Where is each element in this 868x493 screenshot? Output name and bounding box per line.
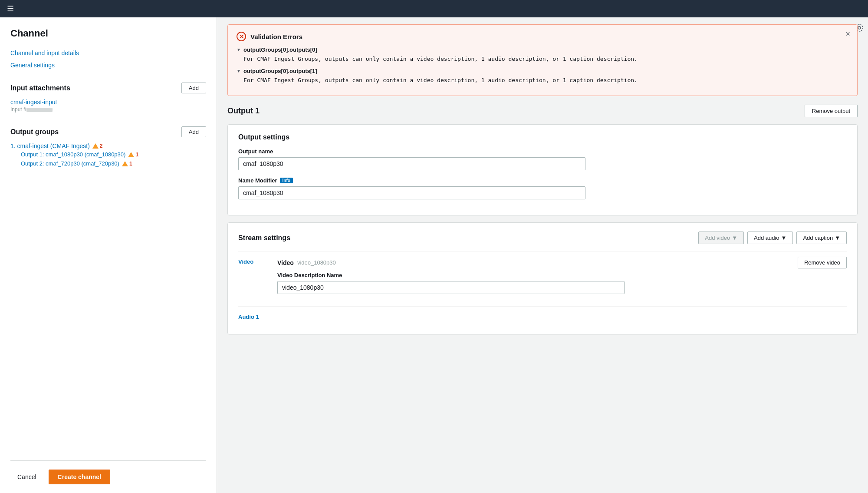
validation-group-name-0: outputGroups[0].outputs[0] <box>243 46 317 53</box>
sidebar-item-channel-input-details[interactable]: Channel and input details <box>10 50 206 56</box>
warning-triangle-icon-1 <box>128 152 134 157</box>
input-attachment-id: Input # <box>10 106 206 112</box>
input-attachment-name[interactable]: cmaf-ingest-input <box>10 99 206 106</box>
video-content-title: Video video_1080p30 <box>277 259 336 266</box>
output-group-warning-badge: 2 <box>92 143 103 149</box>
output-sub-item-2[interactable]: Output 2: cmaf_720p30 (cmaf_720p30) 1 <box>10 160 206 167</box>
audio1-stream-row: Audio 1 <box>238 306 847 325</box>
info-badge[interactable]: Info <box>280 178 293 183</box>
input-attachments-title: Input attachments <box>10 84 70 92</box>
output-header: Output 1 Remove output <box>227 105 858 117</box>
chevron-down-icon-0: ▼ <box>237 47 241 52</box>
add-video-dropdown-icon: ▼ <box>732 235 737 241</box>
chevron-down-icon-1: ▼ <box>237 69 241 73</box>
output-name-field: Output name <box>238 148 847 170</box>
name-modifier-input[interactable] <box>238 186 585 199</box>
name-modifier-field: Name Modifier Info <box>238 177 847 199</box>
output-group-item: 1. cmaf-ingest (CMAF Ingest) 2 Output 1:… <box>10 142 206 167</box>
video-stream-label[interactable]: Video <box>238 258 269 265</box>
output-sub-warning-badge-1: 1 <box>128 152 138 158</box>
video-subtitle: video_1080p30 <box>297 259 336 266</box>
sidebar-title: Channel <box>10 28 206 39</box>
output-name-input[interactable] <box>238 157 585 170</box>
add-caption-label: Add caption <box>803 235 833 241</box>
video-stream-content: Video video_1080p30 Remove video Video D… <box>277 257 847 301</box>
add-caption-button[interactable]: Add caption ▼ <box>796 232 847 244</box>
add-video-button[interactable]: Add video ▼ <box>698 232 744 244</box>
cancel-button[interactable]: Cancel <box>10 470 43 484</box>
top-bar: ☰ <box>0 0 868 17</box>
remove-output-button[interactable]: Remove output <box>805 105 858 117</box>
validation-close-button[interactable]: × <box>845 30 850 38</box>
add-input-button[interactable]: Add <box>181 83 206 93</box>
video-stream-row: Video Video video_1080p30 Remove video V… <box>238 251 847 306</box>
main-content: ✕ Validation Errors × ▼ outputGroups[0].… <box>217 17 868 493</box>
input-attachments-section: Input attachments Add cmaf-ingest-input … <box>10 83 206 118</box>
add-output-group-button[interactable]: Add <box>181 126 206 137</box>
output-sub-item-1[interactable]: Output 1: cmaf_1080p30 (cmaf_1080p30) 1 <box>10 151 206 158</box>
output-sub-warning-badge-2: 1 <box>122 161 132 167</box>
sidebar-footer: Cancel Create channel <box>10 460 206 493</box>
stream-settings-title: Stream settings <box>238 234 290 242</box>
add-audio-button[interactable]: Add audio ▼ <box>747 232 793 244</box>
validation-message-0: For CMAF Ingest Groups, outputs can only… <box>237 55 848 63</box>
validation-group-name-1: outputGroups[0].outputs[1] <box>243 68 317 74</box>
output-settings-card: Output settings Output name Name Modifie… <box>227 124 858 215</box>
svg-point-2 <box>858 26 861 29</box>
create-channel-button[interactable]: Create channel <box>49 470 110 484</box>
output-groups-title: Output groups <box>10 128 59 136</box>
validation-group-1: ▼ outputGroups[0].outputs[1] For CMAF In… <box>237 68 848 85</box>
output-name-label: Output name <box>238 148 847 155</box>
stream-actions: Add video ▼ Add audio ▼ Add caption ▼ <box>698 232 847 244</box>
name-modifier-label: Name Modifier Info <box>238 177 847 184</box>
validation-group-0: ▼ outputGroups[0].outputs[0] For CMAF In… <box>237 46 848 63</box>
video-description-label: Video Description Name <box>277 272 847 278</box>
warning-triangle-icon <box>92 143 99 149</box>
add-audio-label: Add audio <box>754 235 779 241</box>
hamburger-menu-icon[interactable]: ☰ <box>7 4 14 13</box>
output-groups-section: Output groups Add 1. cmaf-ingest (CMAF I… <box>10 126 206 170</box>
add-audio-dropdown-icon: ▼ <box>781 235 787 241</box>
stream-settings-header: Stream settings Add video ▼ Add audio ▼ … <box>238 232 847 244</box>
error-circle-icon: ✕ <box>237 32 246 41</box>
output-title: Output 1 <box>227 106 260 116</box>
validation-title: Validation Errors <box>250 33 302 40</box>
output-settings-title: Output settings <box>238 133 847 141</box>
add-video-label: Add video <box>705 235 730 241</box>
video-description-field: Video Description Name <box>277 272 847 294</box>
validation-error-box: ✕ Validation Errors × ▼ outputGroups[0].… <box>227 24 858 96</box>
video-description-input[interactable] <box>277 281 625 294</box>
warning-triangle-icon-2 <box>122 161 128 166</box>
remove-video-button[interactable]: Remove video <box>798 257 847 268</box>
sidebar: Channel Channel and input details Genera… <box>0 17 217 493</box>
add-caption-dropdown-icon: ▼ <box>835 235 840 241</box>
validation-message-1: For CMAF Ingest Groups, outputs can only… <box>237 76 848 85</box>
stream-settings-card: Stream settings Add video ▼ Add audio ▼ … <box>227 222 858 334</box>
output-group-name[interactable]: 1. cmaf-ingest (CMAF Ingest) 2 <box>10 142 206 149</box>
sidebar-item-general-settings[interactable]: General settings <box>10 62 206 69</box>
audio1-stream-label[interactable]: Audio 1 <box>238 314 269 320</box>
